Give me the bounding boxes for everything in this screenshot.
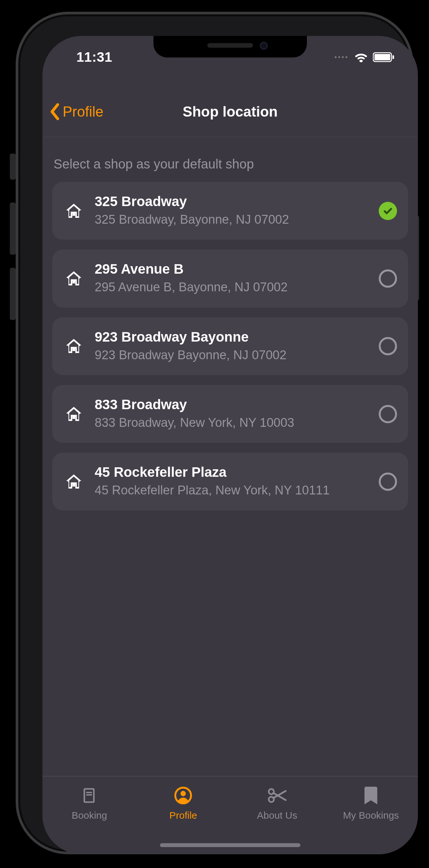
house-icon — [63, 405, 84, 423]
tab-label: Booking — [72, 810, 107, 821]
shop-address: 325 Broadway, Bayonne, NJ 07002 — [95, 211, 368, 228]
svg-rect-6 — [72, 416, 75, 419]
shop-name: 295 Avenue B — [95, 261, 368, 277]
profile-icon — [174, 786, 193, 805]
shop-radio[interactable] — [379, 337, 397, 355]
shop-list: 325 Broadway 325 Broadway, Bayonne, NJ 0… — [52, 182, 408, 510]
shop-radio[interactable] — [379, 472, 397, 491]
shop-radio[interactable] — [379, 202, 397, 220]
svg-rect-4 — [72, 280, 75, 283]
tab-my-bookings[interactable]: My Bookings — [324, 786, 418, 821]
house-icon — [63, 270, 84, 288]
cellular-dots-icon — [335, 56, 347, 58]
notch — [153, 36, 307, 58]
radio-empty-icon — [379, 270, 397, 288]
status-indicators — [335, 52, 397, 63]
svg-rect-5 — [72, 348, 75, 351]
shop-radio[interactable] — [379, 270, 397, 288]
radio-empty-icon — [379, 337, 397, 355]
content: Select a shop as your default shop 325 B… — [42, 141, 418, 776]
shop-address: 923 Broadway Bayonne, NJ 07002 — [95, 347, 368, 364]
house-icon — [63, 337, 84, 355]
radio-empty-icon — [379, 472, 397, 491]
tab-bar: BookingProfileAbout UsMy Bookings — [42, 776, 418, 854]
svg-rect-2 — [392, 55, 394, 59]
svg-rect-3 — [72, 213, 75, 216]
shop-item[interactable]: 923 Broadway Bayonne 923 Broadway Bayonn… — [52, 317, 408, 375]
shop-name: 923 Broadway Bayonne — [95, 329, 368, 345]
house-icon — [63, 472, 84, 491]
shop-name: 45 Rockefeller Plaza — [95, 464, 368, 480]
chevron-left-icon — [49, 103, 61, 120]
book-icon — [81, 786, 98, 805]
tab-label: My Bookings — [343, 810, 399, 821]
back-label: Profile — [63, 103, 103, 120]
svg-rect-7 — [72, 483, 75, 487]
shop-item[interactable]: 295 Avenue B 295 Avenue B, Bayonne, NJ 0… — [52, 249, 408, 307]
home-indicator[interactable] — [160, 843, 300, 847]
bookmark-icon — [364, 786, 378, 805]
screen: 11:31 Profile Shop location — [42, 36, 418, 854]
svg-rect-1 — [374, 54, 391, 60]
tab-about-us[interactable]: About Us — [230, 786, 324, 821]
hint-text: Select a shop as your default shop — [54, 157, 408, 172]
shop-name: 325 Broadway — [95, 194, 368, 209]
tab-booking[interactable]: Booking — [42, 786, 136, 821]
shop-address: 45 Rockefeller Plaza, New York, NY 10111 — [95, 482, 368, 499]
scissors-icon — [267, 786, 287, 805]
house-icon — [63, 202, 84, 220]
shop-address: 833 Broadway, New York, NY 10003 — [95, 414, 368, 431]
side-button-silence — [10, 154, 16, 180]
tab-label: Profile — [170, 810, 197, 821]
svg-point-9 — [181, 791, 186, 796]
radio-empty-icon — [379, 405, 397, 423]
tab-label: About Us — [257, 810, 297, 821]
shop-name: 833 Broadway — [95, 397, 368, 412]
shop-item[interactable]: 325 Broadway 325 Broadway, Bayonne, NJ 0… — [52, 182, 408, 240]
shop-item[interactable]: 833 Broadway 833 Broadway, New York, NY … — [52, 385, 408, 443]
shop-radio[interactable] — [379, 405, 397, 423]
back-button[interactable]: Profile — [49, 103, 103, 120]
wifi-icon — [354, 52, 368, 63]
nav-bar: Profile Shop location — [42, 98, 418, 137]
phone-frame: 11:31 Profile Shop location — [16, 12, 413, 854]
side-button-vol-up — [10, 203, 16, 255]
tab-profile[interactable]: Profile — [136, 786, 231, 821]
battery-icon — [373, 52, 394, 62]
shop-address: 295 Avenue B, Bayonne, NJ 07002 — [95, 279, 368, 296]
side-button-vol-down — [10, 268, 16, 320]
status-time: 11:31 — [63, 49, 112, 65]
check-icon — [379, 202, 397, 220]
shop-item[interactable]: 45 Rockefeller Plaza 45 Rockefeller Plaz… — [52, 453, 408, 510]
